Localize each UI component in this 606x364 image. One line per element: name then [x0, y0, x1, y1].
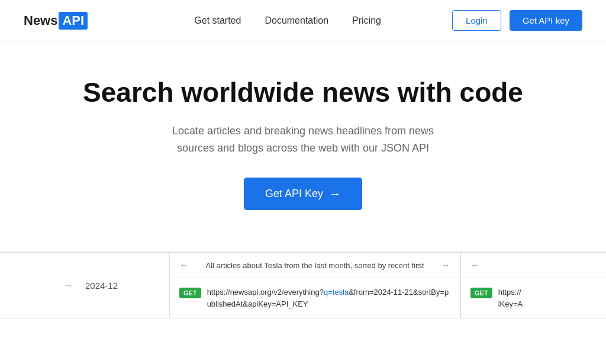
nav-link-documentation[interactable]: Documentation — [265, 15, 328, 26]
demo-url: https://newsapi.org/v2/everything?q=tesl… — [207, 286, 450, 310]
demo-right-prev-arrow[interactable]: ← — [470, 260, 480, 270]
hero-title: Search worldwide news with code — [83, 77, 523, 108]
get-api-key-hero-label: Get API Key — [265, 188, 323, 200]
demo-center-panel: ← All articles about Tesla from the last… — [169, 252, 460, 318]
demo-right-get-badge: GET — [470, 288, 492, 298]
demo-left-panel: → 2024-12 — [0, 252, 169, 318]
demo-right-panel: ← GET https://iKey=A — [460, 252, 606, 318]
demo-left-arrow[interactable]: → — [51, 268, 85, 304]
demo-center-nav: ← All articles about Tesla from the last… — [170, 253, 460, 278]
hero-subtitle-line1: Locate articles and breaking news headli… — [172, 125, 434, 137]
demo-right-body: GET https://iKey=A — [461, 278, 606, 318]
hero-subtitle-line2: sources and blogs across the web with ou… — [177, 142, 429, 154]
demo-section: → 2024-12 ← All articles about Tesla fro… — [0, 252, 606, 318]
hero-section: Search worldwide news with code Locate a… — [0, 41, 606, 234]
demo-right-nav: ← — [461, 253, 606, 278]
logo-news-text: News — [24, 13, 57, 28]
demo-center-body: GET https://newsapi.org/v2/everything?q=… — [170, 278, 460, 318]
navbar: News API Get started Documentation Prici… — [0, 0, 606, 41]
login-button[interactable]: Login — [452, 10, 501, 31]
get-api-key-hero-button[interactable]: Get API Key → — [244, 178, 362, 210]
demo-center-next-arrow[interactable]: → — [441, 260, 450, 270]
logo[interactable]: News API — [24, 12, 88, 30]
get-api-key-nav-button[interactable]: Get API key — [510, 10, 582, 31]
demo-right-url: https://iKey=A — [498, 286, 523, 310]
demo-right-inner: ← GET https://iKey=A — [461, 253, 606, 318]
demo-center-nav-title: All articles about Tesla from the last m… — [206, 261, 424, 270]
get-badge: GET — [179, 288, 201, 298]
arrow-icon: → — [329, 187, 341, 201]
logo-api-text: API — [59, 12, 88, 30]
nav-links: Get started Documentation Pricing — [123, 15, 452, 26]
demo-center-prev-arrow[interactable]: ← — [179, 260, 189, 270]
nav-link-get-started[interactable]: Get started — [194, 15, 241, 26]
nav-actions: Login Get API key — [452, 10, 582, 31]
demo-right-url-row: GET https://iKey=A — [470, 286, 597, 310]
nav-link-pricing[interactable]: Pricing — [352, 15, 381, 26]
hero-subtitle: Locate articles and breaking news headli… — [172, 123, 434, 157]
demo-url-row: GET https://newsapi.org/v2/everything?q=… — [179, 286, 450, 310]
demo-url-param: q=tesla — [324, 288, 349, 297]
demo-left-date: 2024-12 — [85, 281, 118, 291]
